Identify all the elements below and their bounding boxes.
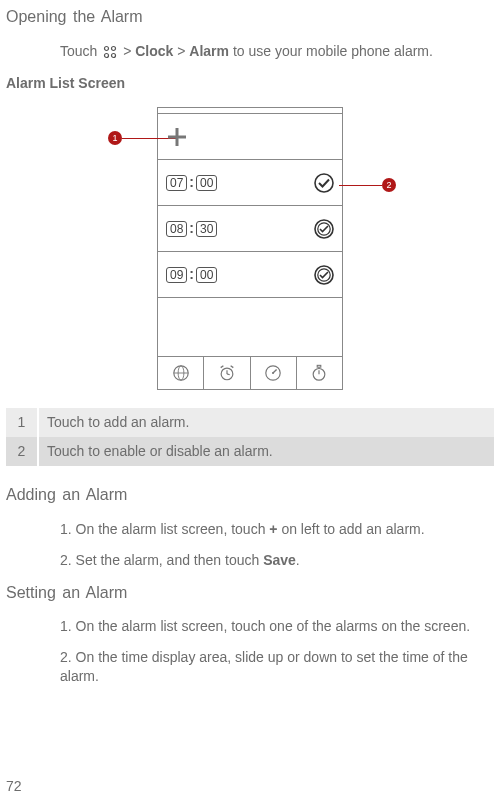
heading-list-screen: Alarm List Screen xyxy=(6,74,494,93)
alarm-row[interactable]: 07 : 00 xyxy=(158,160,342,206)
alarm-hour: 08 xyxy=(166,221,187,237)
timer-tab[interactable] xyxy=(251,357,297,389)
world-clock-tab[interactable] xyxy=(158,357,204,389)
legend-num: 1 xyxy=(6,408,38,437)
legend-text: Touch to enable or disable an alarm. xyxy=(38,437,494,466)
txt: on left to add an alarm. xyxy=(278,521,425,537)
svg-point-20 xyxy=(272,372,274,374)
apps-grid-icon xyxy=(103,45,117,59)
timer-icon xyxy=(264,364,282,382)
bottom-tab-bar xyxy=(158,356,342,389)
callout-2-circle: 2 xyxy=(382,178,396,192)
txt: 1. On the alarm list screen, touch xyxy=(60,521,269,537)
svg-line-17 xyxy=(221,366,224,368)
callout-legend-table: 1 Touch to add an alarm. 2 Touch to enab… xyxy=(6,408,494,466)
setting-step-2: 2. On the time display area, slide up or… xyxy=(60,648,494,686)
svg-point-2 xyxy=(105,53,109,57)
alarm-minute: 30 xyxy=(196,221,217,237)
alarm-minute: 00 xyxy=(196,175,217,191)
save-label: Save xyxy=(263,552,296,568)
svg-point-0 xyxy=(105,46,109,50)
colon: : xyxy=(189,173,194,192)
alarm-enable-toggle-off[interactable] xyxy=(314,219,334,239)
table-row: 1 Touch to add an alarm. xyxy=(6,408,494,437)
alarm-clock-icon xyxy=(218,364,236,382)
callout-2-line xyxy=(339,185,382,186)
svg-point-1 xyxy=(112,46,116,50)
adding-step-2: 2. Set the alarm, and then touch Save. xyxy=(60,551,494,570)
add-alarm-row[interactable] xyxy=(158,114,342,160)
alarm-label: Alarm xyxy=(189,43,229,59)
colon: : xyxy=(189,265,194,284)
stopwatch-tab[interactable] xyxy=(297,357,342,389)
svg-line-18 xyxy=(230,366,233,368)
alarm-enable-toggle-off[interactable] xyxy=(314,265,334,285)
alarm-hour: 09 xyxy=(166,267,187,283)
plus-label: + xyxy=(269,521,277,537)
open-alarm-instruction: Touch > Clock > Alarm to use your mobile… xyxy=(60,42,494,61)
alarm-enable-toggle-on[interactable] xyxy=(314,173,334,193)
empty-space xyxy=(158,298,342,356)
colon: : xyxy=(189,219,194,238)
svg-point-3 xyxy=(112,53,116,57)
legend-text: Touch to add an alarm. xyxy=(38,408,494,437)
alarm-tab[interactable] xyxy=(204,357,250,389)
stopwatch-icon xyxy=(310,364,328,382)
globe-icon xyxy=(172,364,190,382)
setting-step-1: 1. On the alarm list screen, touch one o… xyxy=(60,617,494,636)
table-row: 2 Touch to enable or disable an alarm. xyxy=(6,437,494,466)
plus-icon xyxy=(166,126,188,148)
page-number: 72 xyxy=(6,777,22,796)
heading-opening: Opening the Alarm xyxy=(6,6,494,28)
svg-point-6 xyxy=(315,174,333,192)
heading-setting: Setting an Alarm xyxy=(6,582,494,604)
txt: to use your mobile phone alarm. xyxy=(229,43,433,59)
svg-line-16 xyxy=(227,374,230,375)
legend-num: 2 xyxy=(6,437,38,466)
alarm-row[interactable]: 08 : 30 xyxy=(158,206,342,252)
alarm-row[interactable]: 09 : 00 xyxy=(158,252,342,298)
phone-frame: 07 : 00 08 : 30 09 : 00 xyxy=(157,107,343,390)
clock-label: Clock xyxy=(135,43,173,59)
alarm-minute: 00 xyxy=(196,267,217,283)
adding-step-1: 1. On the alarm list screen, touch + on … xyxy=(60,520,494,539)
txt: > xyxy=(173,43,189,59)
txt: Touch xyxy=(60,43,101,59)
heading-adding: Adding an Alarm xyxy=(6,484,494,506)
txt: > xyxy=(119,43,135,59)
svg-rect-22 xyxy=(318,366,322,368)
txt: . xyxy=(296,552,300,568)
alarm-list-diagram: 1 2 07 : 00 08 : 30 xyxy=(6,107,494,390)
txt: 2. Set the alarm, and then touch xyxy=(60,552,263,568)
alarm-hour: 07 xyxy=(166,175,187,191)
svg-point-21 xyxy=(314,369,326,381)
callout-1-circle: 1 xyxy=(108,131,122,145)
